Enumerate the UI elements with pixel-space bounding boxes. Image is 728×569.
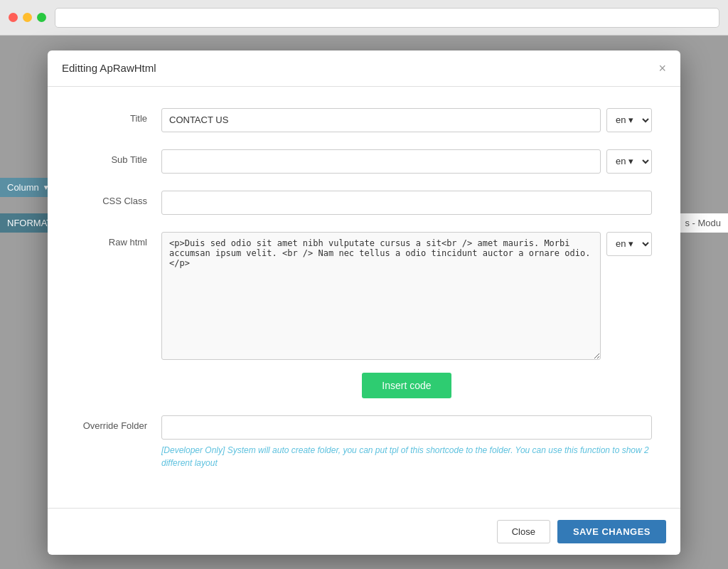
subtitle-row: Sub Title en ▾	[76, 149, 652, 174]
rawhtml-top: <p>Duis sed odio sit amet nibh vulputate…	[161, 232, 652, 360]
cssclass-row: CSS Class	[76, 191, 652, 215]
title-input[interactable]	[161, 108, 601, 132]
rawhtml-textarea[interactable]: <p>Duis sed odio sit amet nibh vulputate…	[161, 232, 601, 360]
title-lang-select[interactable]: en ▾	[606, 108, 652, 132]
url-bar[interactable]	[55, 8, 719, 28]
modal-overlay: Editting ApRawHtml × Title en ▾	[0, 36, 728, 569]
traffic-lights	[9, 13, 46, 22]
override-help-text: [Developer Only] System will auto create…	[161, 444, 652, 469]
insert-code-wrap: Insert code	[161, 366, 652, 398]
modal-close-button[interactable]: ×	[658, 62, 666, 75]
close-traffic-light[interactable]	[9, 13, 18, 22]
subtitle-label: Sub Title	[76, 149, 161, 165]
close-button[interactable]: Close	[497, 520, 550, 543]
modal-body: Title en ▾ Sub Title en ▾	[48, 87, 680, 508]
subtitle-input[interactable]	[161, 149, 601, 174]
title-label: Title	[76, 108, 161, 124]
cssclass-input[interactable]	[161, 191, 652, 215]
override-input[interactable]	[161, 415, 652, 440]
cssclass-control-wrap	[161, 191, 652, 215]
override-control-wrap: [Developer Only] System will auto create…	[161, 415, 652, 469]
titlebar	[0, 0, 728, 36]
modal-header: Editting ApRawHtml ×	[48, 50, 680, 87]
rawhtml-row: Raw html <p>Duis sed odio sit amet nibh …	[76, 232, 652, 398]
rawhtml-wrap: <p>Duis sed odio sit amet nibh vulputate…	[161, 232, 652, 398]
background-page: Column ▼ NFORMAT s - Modu DISPLAYFOOTERA…	[0, 36, 728, 569]
title-control-wrap: en ▾	[161, 108, 652, 132]
rawhtml-label: Raw html	[76, 232, 161, 248]
subtitle-lang-select[interactable]: en ▾	[606, 149, 652, 174]
override-label: Override Folder	[76, 415, 161, 431]
modal-title: Editting ApRawHtml	[62, 62, 156, 74]
modal-footer: Close SAVE CHANGES	[48, 508, 680, 555]
save-changes-button[interactable]: SAVE CHANGES	[557, 520, 666, 543]
insert-code-button[interactable]: Insert code	[362, 373, 451, 398]
maximize-traffic-light[interactable]	[37, 13, 46, 22]
subtitle-control-wrap: en ▾	[161, 149, 652, 174]
minimize-traffic-light[interactable]	[23, 13, 32, 22]
override-row: Override Folder [Developer Only] System …	[76, 415, 652, 469]
modal-dialog: Editting ApRawHtml × Title en ▾	[48, 50, 680, 555]
title-row: Title en ▾	[76, 108, 652, 132]
cssclass-label: CSS Class	[76, 191, 161, 206]
rawhtml-lang-select[interactable]: en ▾	[606, 232, 652, 256]
